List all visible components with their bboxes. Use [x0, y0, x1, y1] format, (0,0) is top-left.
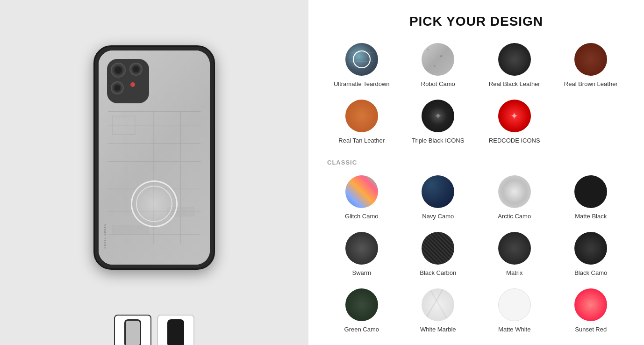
design-label-redcode-icons: REDCODE ICONS [489, 137, 540, 145]
design-item-triple-black-icons[interactable]: Triple Black ICONS [404, 100, 473, 145]
svg-rect-12 [112, 225, 149, 235]
design-item-black-carbon[interactable]: Black Carbon [404, 232, 473, 277]
design-label-triple-black-icons: Triple Black ICONS [412, 137, 464, 145]
design-item-swarm[interactable]: Swarm [327, 232, 396, 277]
classic-grid: Glitch CamoNavy CamoArctic CamoMatte Bla… [327, 175, 625, 334]
phone-inner: SOMETHNG [99, 50, 210, 265]
design-item-white-marble[interactable]: White Marble [404, 288, 473, 334]
design-circle-arctic-camo [498, 175, 531, 208]
thumbnails [114, 315, 194, 345]
design-circle-redcode-icons [498, 100, 531, 132]
design-label-real-black-leather: Real Black Leather [489, 80, 540, 88]
design-circle-triple-black-icons [422, 100, 454, 132]
design-label-robot-camo: Robot Camo [421, 80, 455, 88]
design-label-real-brown-leather: Real Brown Leather [564, 80, 618, 88]
phone-image-container: SOMETHNG [9, 9, 299, 305]
left-panel: SOMETHNG [0, 0, 308, 345]
thumbnail-teardown[interactable] [114, 315, 151, 345]
design-item-navy-camo[interactable]: Navy Camo [404, 175, 473, 221]
design-circle-robot-camo [422, 43, 454, 76]
design-label-real-tan-leather: Real Tan Leather [338, 137, 385, 145]
design-label-matte-white: Matte White [498, 326, 530, 334]
design-label-black-camo: Black Camo [574, 269, 607, 277]
page-title: PICK YOUR DESIGN [327, 14, 625, 29]
design-circle-matte-black [574, 175, 607, 208]
brand-text: SOMETHNG [103, 224, 107, 250]
design-circle-real-black-leather [498, 43, 531, 76]
design-label-sunset-red: Sunset Red [575, 326, 607, 334]
right-panel[interactable]: PICK YOUR DESIGN Ultramatte TeardownRobo… [308, 0, 644, 345]
thumb-phone-black [167, 319, 184, 345]
design-item-matrix[interactable]: Matrix [480, 232, 549, 277]
thumb-phone-inner [126, 321, 140, 345]
design-label-swarm: Swarm [352, 269, 371, 277]
design-label-matrix: Matrix [506, 269, 522, 277]
design-item-arctic-camo[interactable]: Arctic Camo [480, 175, 549, 221]
design-circle-white-marble [422, 288, 454, 321]
design-item-real-brown-leather[interactable]: Real Brown Leather [557, 43, 626, 88]
design-item-ultramatte-teardown[interactable]: Ultramatte Teardown [327, 43, 396, 88]
design-circle-green-camo [345, 288, 378, 321]
thumb-phone-teardown [124, 319, 141, 345]
design-circle-sunset-red [574, 288, 607, 321]
design-item-real-tan-leather[interactable]: Real Tan Leather [327, 100, 396, 145]
design-item-matte-white[interactable]: Matte White [480, 288, 549, 334]
design-label-green-camo: Green Camo [344, 326, 379, 334]
design-item-black-camo[interactable]: Black Camo [557, 232, 626, 277]
design-label-matte-black: Matte Black [575, 213, 607, 221]
design-circle-black-carbon [422, 232, 454, 265]
phone-teardown-bg: SOMETHNG [99, 50, 210, 265]
design-circle-matte-white [498, 288, 531, 321]
design-item-glitch-camo[interactable]: Glitch Camo [327, 175, 396, 221]
design-label-black-carbon: Black Carbon [420, 269, 456, 277]
design-circle-glitch-camo [345, 175, 378, 208]
design-label-ultramatte-teardown: Ultramatte Teardown [334, 80, 390, 88]
design-circle-real-brown-leather [574, 43, 607, 76]
classic-section-label: CLASSIC [327, 159, 625, 166]
design-circle-matrix [498, 232, 531, 265]
design-label-glitch-camo: Glitch Camo [345, 213, 379, 221]
design-circle-real-tan-leather [345, 100, 378, 132]
thumbnail-black[interactable] [157, 315, 194, 345]
circuit-lines [99, 50, 210, 265]
featured-grid: Ultramatte TeardownRobot CamoReal Black … [327, 43, 625, 145]
design-item-green-camo[interactable]: Green Camo [327, 288, 396, 334]
design-label-navy-camo: Navy Camo [422, 213, 454, 221]
design-circle-swarm [345, 232, 378, 265]
design-circle-black-camo [574, 232, 607, 265]
magsafe-circle [131, 180, 178, 227]
design-item-real-black-leather[interactable]: Real Black Leather [480, 43, 549, 88]
phone-mockup: SOMETHNG [93, 45, 215, 270]
design-circle-navy-camo [422, 175, 454, 208]
design-circle-ultramatte-teardown [345, 43, 378, 76]
design-item-redcode-icons[interactable]: REDCODE ICONS [480, 100, 549, 145]
design-label-white-marble: White Marble [420, 326, 456, 334]
design-item-matte-black[interactable]: Matte Black [557, 175, 626, 221]
design-label-arctic-camo: Arctic Camo [498, 213, 531, 221]
design-item-robot-camo[interactable]: Robot Camo [404, 43, 473, 88]
design-item-sunset-red[interactable]: Sunset Red [557, 288, 626, 334]
